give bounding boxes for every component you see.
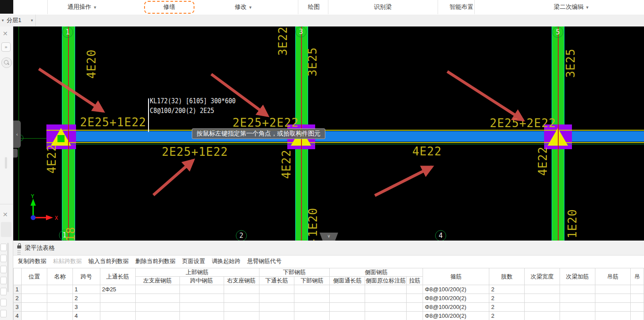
cell-mid_support[interactable] (179, 294, 224, 303)
row-header[interactable]: 1 (14, 285, 22, 294)
cell-pos[interactable] (21, 312, 47, 320)
cell-sec_width[interactable] (525, 312, 560, 320)
row-header[interactable]: 3 (14, 303, 22, 312)
cell-side_through[interactable] (330, 294, 365, 303)
cell-side_through[interactable] (330, 303, 365, 312)
cell-mid_support[interactable] (179, 312, 224, 320)
layer-select[interactable]: 分层1 (7, 15, 21, 26)
row-header[interactable]: 2 (14, 294, 22, 303)
cell-side_through[interactable] (330, 285, 365, 294)
cell-bottom_bar[interactable] (294, 294, 330, 303)
cell-tie[interactable] (407, 285, 423, 294)
cell-bottom_through[interactable] (259, 294, 294, 303)
panel-collapse-tab[interactable]: ‹ (13, 120, 21, 148)
cell-sec_width[interactable] (525, 294, 560, 303)
cell-hang[interactable] (595, 303, 630, 312)
cell-right_support[interactable] (224, 303, 259, 312)
panel-title-bar[interactable]: 梁平法表格 (13, 241, 644, 256)
cell-name[interactable] (47, 303, 72, 312)
menu-item-页面设置[interactable]: 页面设置 (182, 257, 205, 265)
bottom-collapse-button[interactable]: ∨ (320, 233, 338, 241)
cell-span[interactable]: 1 (72, 285, 100, 294)
cell-right_support[interactable] (224, 312, 259, 320)
cell-bottom_through[interactable] (259, 303, 294, 312)
cell-bottom_bar[interactable] (294, 303, 330, 312)
menu-item-悬臂钢筋代号[interactable]: 悬臂钢筋代号 (247, 257, 282, 265)
cell-side_insitu[interactable] (365, 303, 407, 312)
cell-legs[interactable]: 2 (489, 285, 525, 294)
cell-top_through[interactable] (100, 303, 135, 312)
cell-hang_clip[interactable] (630, 285, 644, 294)
cell-bottom_through[interactable] (259, 285, 294, 294)
cell-hang[interactable] (595, 294, 630, 303)
cell-span[interactable]: 4 (72, 312, 100, 320)
cell-tie[interactable] (407, 312, 423, 320)
cell-mid_support[interactable] (179, 285, 224, 294)
cell-sec_width[interactable] (525, 303, 560, 312)
cell-left_support[interactable] (135, 285, 179, 294)
cell-mid_support[interactable] (179, 303, 224, 312)
cell-hang[interactable] (595, 285, 630, 294)
cell-sec_add[interactable] (560, 294, 595, 303)
menu-item-删除当前列数据[interactable]: 删除当前列数据 (135, 257, 175, 265)
drawing-canvas[interactable]: 135124 4E203E223E253E252E25+1E222E25+2E2… (13, 26, 644, 241)
lock-icon[interactable] (17, 245, 21, 248)
cell-left_support[interactable] (135, 312, 179, 320)
selection-grip[interactable] (57, 135, 65, 142)
cell-stirrup[interactable]: Φ8@100/200(2) (423, 294, 489, 303)
cell-name[interactable] (47, 285, 72, 294)
toolbar-item-智能布置[interactable]: 智能布置 (450, 0, 473, 14)
cell-pos[interactable] (21, 294, 47, 303)
toolbar-item-绘图[interactable]: 绘图 (308, 0, 320, 14)
scrollbar-thumb[interactable] (5, 157, 7, 169)
cell-legs[interactable]: 2 (489, 294, 525, 303)
cell-hang_clip[interactable] (630, 312, 644, 320)
cell-sec_add[interactable] (560, 312, 595, 320)
toolbar-item-通用操作[interactable]: 通用操作▼ (68, 0, 97, 14)
cell-stirrup[interactable]: Φ8@100/200(2) (423, 303, 489, 312)
cell-sec_width[interactable] (525, 285, 560, 294)
cell-name[interactable] (47, 312, 72, 320)
cell-span[interactable]: 2 (72, 294, 100, 303)
cell-span[interactable]: 3 (72, 303, 100, 312)
search-icon[interactable] (1, 57, 12, 68)
cell-hang_clip[interactable] (630, 303, 644, 312)
cell-name[interactable] (47, 294, 72, 303)
scrollbar-thumb[interactable] (7, 243, 9, 292)
cell-top_through[interactable] (100, 294, 135, 303)
drag-handle-icon[interactable] (18, 250, 19, 251)
cell-sec_add[interactable] (560, 285, 595, 294)
cell-tie[interactable] (407, 294, 423, 303)
cell-bottom_bar[interactable] (294, 285, 330, 294)
cell-pos[interactable] (21, 303, 47, 312)
cell-sec_add[interactable] (560, 303, 595, 312)
expand-panel-icon[interactable]: » (1, 42, 11, 52)
row-header[interactable]: 4 (14, 312, 22, 320)
menu-item-输入当前列数据[interactable]: 输入当前列数据 (88, 257, 129, 265)
cell-right_support[interactable] (224, 285, 259, 294)
menu-item-复制跨数据[interactable]: 复制跨数据 (18, 257, 46, 265)
cell-top_through[interactable] (100, 312, 135, 320)
layer-dropdown-icon[interactable]: ▾ (31, 15, 33, 26)
cell-hang_clip[interactable] (630, 294, 644, 303)
cell-bottom_through[interactable] (259, 312, 294, 320)
cell-left_support[interactable] (135, 294, 179, 303)
mini-dropdown-icon[interactable]: ▾ (2, 15, 4, 26)
cell-side_insitu[interactable] (365, 294, 407, 303)
toolbar-item-修缮[interactable]: 修缮 (164, 0, 175, 14)
toolbar-item-修改[interactable]: 修改▼ (235, 0, 252, 14)
cell-bottom_bar[interactable] (294, 312, 330, 320)
close-icon[interactable]: ✕ (3, 30, 8, 37)
toolbar-item-识别梁[interactable]: 识别梁 (374, 0, 392, 14)
cell-pos[interactable] (21, 285, 47, 294)
collapsed-tab[interactable] (1, 222, 11, 237)
cell-side_insitu[interactable] (365, 312, 407, 320)
menu-item-调换起始跨[interactable]: 调换起始跨 (212, 257, 240, 265)
cell-top_through[interactable]: 2Φ25 (100, 285, 135, 294)
cell-legs[interactable]: 2 (489, 312, 525, 320)
close-icon[interactable]: ✕ (3, 211, 8, 218)
cell-side_through[interactable] (330, 312, 365, 320)
cell-stirrup[interactable]: Φ8@100/200(2) (423, 285, 489, 294)
cell-legs[interactable]: 2 (489, 303, 525, 312)
cell-side_insitu[interactable] (365, 285, 407, 294)
